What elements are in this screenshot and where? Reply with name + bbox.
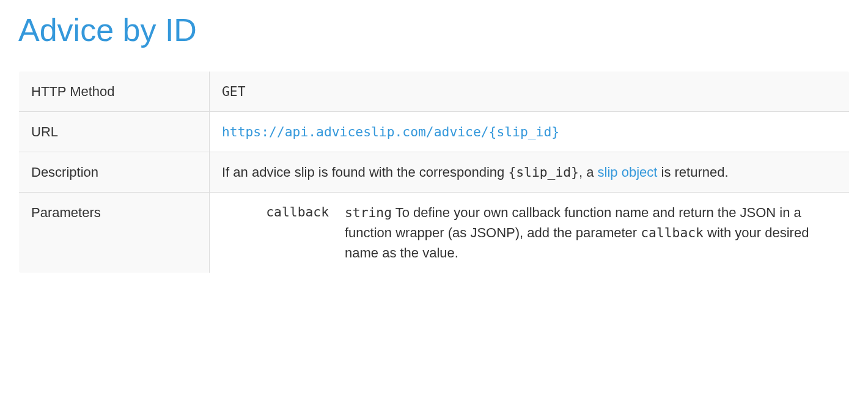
table-row: HTTP Method GET xyxy=(19,72,850,112)
row-value-description: If an advice slip is found with the corr… xyxy=(210,152,850,193)
row-value-http-method: GET xyxy=(210,72,850,112)
row-label-http-method: HTTP Method xyxy=(19,72,210,112)
row-label-description: Description xyxy=(19,152,210,193)
parameter-desc-code: callback xyxy=(641,225,704,240)
description-code: {slip_id} xyxy=(508,164,579,180)
row-label-url: URL xyxy=(19,112,210,152)
description-text-middle: , a xyxy=(579,164,598,180)
parameter-description: string To define your own callback funct… xyxy=(345,202,837,263)
http-method-value: GET xyxy=(222,84,246,99)
row-value-parameters: callback string To define your own callb… xyxy=(210,193,850,273)
description-text-after: is returned. xyxy=(657,164,728,180)
parameter-name: callback xyxy=(222,202,329,263)
parameter-item: callback string To define your own callb… xyxy=(222,202,837,263)
definition-table: HTTP Method GET URL https://api.advicesl… xyxy=(18,71,850,273)
row-value-url: https://api.adviceslip.com/advice/{slip_… xyxy=(210,112,850,152)
description-text-before: If an advice slip is found with the corr… xyxy=(222,164,508,180)
table-row: URL https://api.adviceslip.com/advice/{s… xyxy=(19,112,850,152)
slip-object-link[interactable]: slip object xyxy=(598,164,658,180)
table-row: Parameters callback string To define you… xyxy=(19,193,850,273)
parameter-type: string xyxy=(345,205,392,220)
page-title: Advice by ID xyxy=(18,6,850,54)
url-link[interactable]: https://api.adviceslip.com/advice/{slip_… xyxy=(222,124,559,139)
table-row: Description If an advice slip is found w… xyxy=(19,152,850,193)
row-label-parameters: Parameters xyxy=(19,193,210,273)
